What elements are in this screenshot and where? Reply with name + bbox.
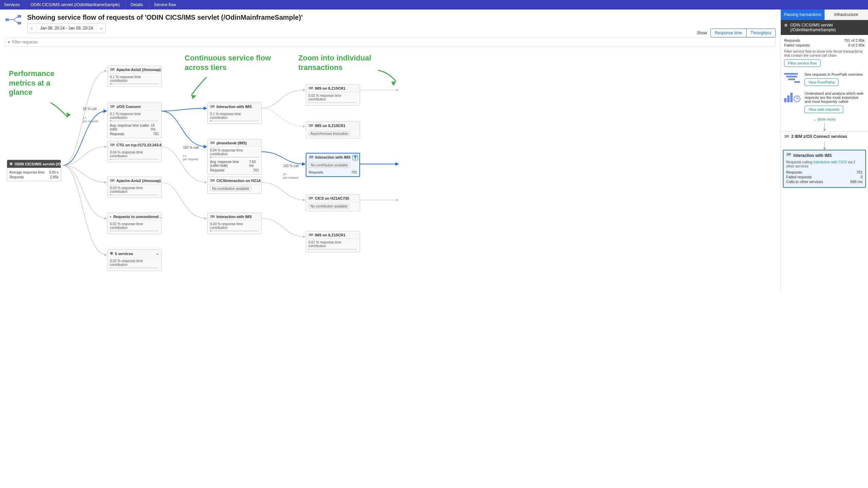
tab-infrastructure[interactable]: Infrastructure (825, 10, 868, 20)
chevron-down-icon[interactable]: ⌄ (156, 251, 159, 256)
services-icon: ✲ (110, 251, 113, 256)
svg-rect-0 (5, 18, 9, 21)
breadcrumb-services[interactable]: Services (1, 0, 24, 10)
breadcrumb-service-flow[interactable]: Service flow (151, 0, 181, 10)
node-ctg-tcp[interactable]: IBMCTG on tcp://172.23.243.82… 0.04 % re… (107, 141, 162, 162)
purepath-icon (784, 72, 801, 86)
svg-rect-7 (784, 98, 787, 102)
side-panel: Passing transactions Infrastructure ⊕ OD… (780, 10, 868, 291)
service-flow-icon (5, 13, 22, 26)
time-range-label: Jan 08, 20:24 - Jan 09, 20:24 (36, 24, 97, 33)
breadcrumb-details[interactable]: Details (128, 0, 148, 10)
seg-response-time[interactable]: Response time (711, 29, 746, 37)
show-more-link[interactable]: ⌄ show more (781, 116, 868, 123)
filter-funnel-icon[interactable] (353, 155, 358, 160)
time-next-icon[interactable]: › (97, 25, 106, 31)
svg-rect-4 (786, 76, 797, 77)
globe-icon: ⊕ (10, 162, 13, 166)
filter-icon: ▾ (8, 40, 10, 44)
edge-label-100pct-1: 100 % call (183, 146, 199, 149)
show-label: Show (697, 31, 707, 35)
svg-rect-1 (18, 15, 21, 18)
svg-rect-3 (784, 73, 798, 75)
edge-label-25pct: 25 % call (83, 107, 98, 111)
svg-rect-6 (794, 81, 800, 83)
filter-service-flow-button[interactable]: Filter service flow (784, 59, 820, 67)
host-icon: ▪ (110, 215, 111, 219)
node-zos-connect[interactable]: IBMz/OS Connect 0.1 % response time cont… (107, 103, 162, 138)
svg-rect-8 (787, 95, 790, 102)
tier-interaction-ims[interactable]: IBMInteraction with IMS Requests calling… (783, 150, 866, 188)
time-range-picker[interactable]: ‹ Jan 08, 20:24 - Jan 09, 20:24 › (27, 23, 106, 33)
node-phonebook-ims[interactable]: IBMphonebook (IMS) 0.04 % response time … (207, 139, 262, 175)
view-purepaths-button[interactable]: View PurePaths (805, 78, 838, 86)
node-ims-async[interactable]: IBMIMS on ILZ15CR1 Asynchronous invocati… (306, 122, 360, 139)
side-hint-filter: Filter service flow to show only those t… (784, 49, 865, 57)
edge-label-100pct-2: 100 % call (283, 164, 299, 168)
svg-rect-9 (790, 93, 793, 102)
node-unmonitored[interactable]: ▪Requests to unmonitored … 0.02 % respon… (107, 213, 162, 234)
web-requests-icon (784, 91, 801, 105)
node-ims-1[interactable]: IBMIMS on ILZ15CR1 0.02 % response time … (306, 84, 360, 106)
breadcrumb: Services ODIN CICS/IMS servlet (/OdinMai… (0, 0, 868, 10)
node-ims-3[interactable]: IBMIMS on ILZ15CR1 0.01 % response time … (306, 231, 360, 252)
node-5-services[interactable]: ✲5 services⌄ 0.02 % response time contri… (107, 249, 162, 271)
node-cics-interaction[interactable]: IBMCICSInteraction on HZ1A… No contribut… (207, 177, 262, 194)
side-webreq-text: Understand and analyze which web request… (805, 91, 865, 104)
tier-zos-connect[interactable]: IBM2 IBM z/OS Connect services (781, 131, 868, 142)
globe-icon: ⊕ (784, 23, 788, 28)
tab-passing-transactions[interactable]: Passing transactions (781, 10, 825, 20)
node-apache-axis2-1[interactable]: IBMApache-Axis2 (/imssoap) 0.1 % respons… (107, 66, 162, 87)
page-title: Showing service flow of requests of 'ODI… (27, 14, 776, 21)
breadcrumb-service-name[interactable]: ODIN CICS/IMS servlet (/OdinMainframeSam… (28, 0, 125, 10)
view-web-requests-button[interactable]: View web requests (805, 106, 843, 113)
time-prev-icon[interactable]: ‹ (27, 25, 36, 31)
side-service-header: ⊕ ODIN CICS/IMS servlet (/OdinMainframeS… (781, 20, 868, 35)
node-apache-axis2-2[interactable]: IBMApache-Axis2 (/imssoap) 0.03 % respon… (107, 177, 162, 198)
svg-rect-5 (788, 78, 795, 80)
show-segmented: Response time Throughput (711, 29, 776, 37)
filter-requests-input[interactable]: ▾ Filter requests (5, 38, 776, 47)
node-interaction-ims-1[interactable]: IBMInteraction with IMS 0.1 % response t… (207, 103, 262, 124)
node-root-odin-servlet[interactable]: ⊕ODIN CICS/IMS servlet (/O… Average resp… (7, 160, 61, 181)
seg-throughput[interactable]: Throughput (746, 29, 775, 37)
node-interaction-ims-2[interactable]: IBMInteraction with IMS 0.03 % response … (207, 213, 262, 234)
node-cics-hz1ac735[interactable]: IBMCICS on HZ1AC735 No contribution avai… (306, 194, 360, 211)
node-interaction-ims-selected[interactable]: IBMInteraction with IMS No contribution … (306, 153, 360, 177)
interaction-cics-link[interactable]: Interaction with CICS (813, 160, 847, 164)
side-purepath-text: See requests in PurePath overview (805, 72, 863, 76)
svg-rect-2 (18, 22, 21, 24)
